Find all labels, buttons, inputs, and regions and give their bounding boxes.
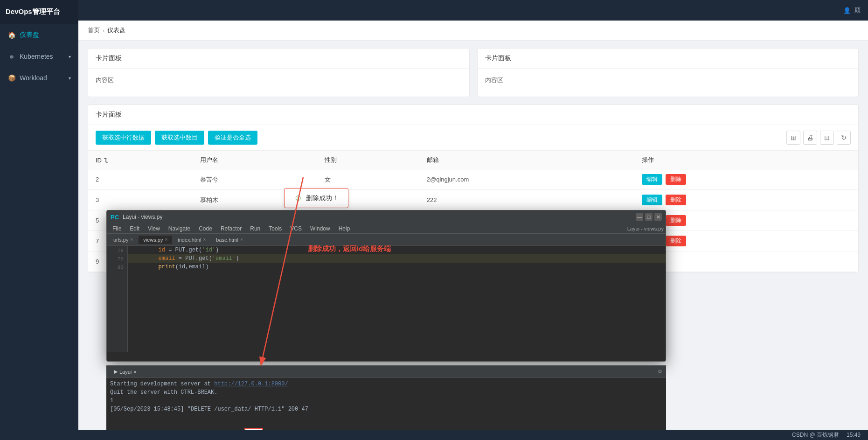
topbar-extra: 顾 [854, 6, 861, 14]
minimize-button[interactable]: — [636, 213, 643, 221]
server-url-link[interactable]: http://127.0.0.1:8000/ [214, 381, 288, 387]
sidebar-logo: DevOps管理平台 [0, 0, 78, 24]
sidebar: DevOps管理平台 🏠 仪表盘 ⎈ Kubernetes ▾ 📦 Worklo… [0, 0, 78, 440]
col-gender: 性别 [317, 151, 419, 169]
tab-label: index.html [178, 237, 201, 243]
tab-views[interactable]: views.py × [139, 236, 172, 244]
card-2: 卡片面板 内容区 [477, 48, 859, 97]
workload-icon: 📦 [7, 74, 16, 82]
card-3-header: 卡片面板 [88, 105, 858, 125]
line-number: 79 [107, 254, 127, 263]
tab-label: urls.py [113, 237, 128, 243]
menu-refactor[interactable]: Refactor [217, 224, 245, 233]
code-keyword: email [159, 255, 175, 262]
edit-button[interactable]: 编辑 [642, 174, 662, 185]
cell-actions: 编辑 删除 [634, 231, 858, 251]
run-settings[interactable]: ⚙ [658, 369, 662, 375]
print-button[interactable]: 🖨 [803, 131, 817, 145]
close-run-tab-icon[interactable]: × [133, 369, 136, 375]
menu-help[interactable]: Help [335, 224, 354, 233]
tab-label: views.py [143, 237, 163, 243]
close-button[interactable]: ✕ [654, 213, 662, 221]
get-selected-count-button[interactable]: 获取选中数目 [155, 131, 204, 145]
tab-index[interactable]: index.html × [173, 236, 210, 244]
card-1: 卡片面板 内容区 [88, 48, 470, 97]
close-tab-icon[interactable]: × [240, 237, 243, 242]
cell-actions: 删除 [634, 251, 858, 272]
code-line: print(id,email) [128, 263, 666, 271]
export-button[interactable]: ⊡ [820, 131, 834, 145]
table-row: 3 慕柏木 男 222 编辑 删除 [88, 190, 858, 210]
toast-message: 删除成功！ [306, 194, 339, 203]
menu-navigate[interactable]: Navigate [165, 224, 194, 233]
card-1-body: 内容区 [88, 69, 469, 97]
cell-id: 2 [88, 169, 193, 190]
get-selected-rows-button[interactable]: 获取选中行数据 [96, 131, 151, 145]
menu-run[interactable]: Run [246, 224, 264, 233]
run-output-line: Starting development server at http://12… [110, 380, 662, 388]
topbar-right: 👤 顾 [843, 6, 861, 14]
run-icon: ▶ [114, 369, 118, 375]
sidebar-item-label: Workload [20, 74, 47, 82]
tab-urls[interactable]: urls.py × [109, 236, 138, 244]
user-avatar[interactable]: 👤 [843, 7, 851, 14]
tab-label: base.html [216, 237, 238, 243]
breadcrumb: 首页 › 仪表盘 [78, 21, 868, 41]
bottom-bar: CSDN @ 百炼钢君 15:49 [0, 430, 868, 440]
verify-all-selected-button[interactable]: 验证是否全选 [208, 131, 257, 145]
close-tab-icon[interactable]: × [130, 237, 133, 242]
breadcrumb-current: 仪表盘 [107, 26, 125, 35]
edit-button[interactable]: 编辑 [642, 195, 662, 205]
sidebar-item-dashboard[interactable]: 🏠 仪表盘 [0, 24, 78, 46]
maximize-button[interactable]: □ [645, 213, 653, 221]
breadcrumb-home[interactable]: 首页 [88, 26, 100, 35]
card-2-body: 内容区 [478, 69, 859, 97]
tab-base[interactable]: base.html × [211, 236, 248, 244]
col-id[interactable]: ID ⇅ [88, 151, 193, 169]
menu-window[interactable]: Window [306, 224, 334, 233]
table-toolbar: 获取选中行数据 获取选中数目 验证是否全选 ⊞ 🖨 ⊡ ↻ [88, 125, 858, 151]
cell-gender: 女 [317, 169, 419, 190]
code-line: id = PUT.get('id') [128, 246, 666, 254]
col-email: 邮箱 [419, 151, 634, 169]
menu-view[interactable]: View [144, 224, 164, 233]
grid-view-button[interactable]: ⊞ [786, 131, 800, 145]
cell-id: 3 [88, 190, 193, 210]
run-tab-layui[interactable]: ▶ Layui × [110, 368, 140, 376]
menu-tools[interactable]: Tools [265, 224, 285, 233]
delete-button[interactable]: 删除 [666, 174, 686, 185]
cell-actions: 编辑 删除 [634, 169, 858, 190]
sidebar-item-kubernetes[interactable]: ⎈ Kubernetes ▾ [0, 46, 78, 67]
success-toast: ☺ 删除成功！ [284, 188, 348, 208]
code-keyword: id [159, 247, 165, 253]
code-string: 'email' [212, 255, 236, 262]
delete-button[interactable]: 删除 [666, 215, 686, 226]
delete-button[interactable]: 删除 [666, 195, 686, 205]
run-tab-label: Layui [119, 369, 132, 375]
smile-icon: ☺ [294, 193, 302, 203]
delete-button[interactable]: 删除 [666, 236, 686, 246]
editor-area: 78 79 80 id = PUT.get('id') email = PUT.… [107, 246, 666, 352]
toolbar-left: 获取选中行数据 获取选中数目 验证是否全选 [96, 131, 257, 145]
line-number: 80 [107, 263, 127, 271]
menu-vcs[interactable]: VCS [286, 224, 306, 233]
menu-file[interactable]: File [109, 224, 125, 233]
sidebar-item-label: 仪表盘 [20, 31, 39, 39]
sidebar-item-workload[interactable]: 📦 Workload ▾ [0, 67, 78, 89]
card-2-header: 卡片面板 [478, 49, 859, 69]
table-row: 2 慕苦兮 女 2@qingjun.com 编辑 删除 [88, 169, 858, 190]
cell-email: 2@qingjun.com [419, 169, 634, 190]
home-icon: 🏠 [7, 31, 16, 39]
menu-code[interactable]: Code [195, 224, 216, 233]
editor-content[interactable]: id = PUT.get('id') email = PUT.get('emai… [128, 246, 666, 352]
pycharm-project-label: Layui - views.py [627, 226, 664, 231]
close-tab-icon[interactable]: × [203, 237, 206, 242]
refresh-button[interactable]: ↻ [837, 131, 851, 145]
pycharm-window: PC Layui - views.py — □ ✕ File Edit View… [106, 210, 666, 362]
close-tab-icon[interactable]: × [165, 237, 167, 242]
menu-edit[interactable]: Edit [126, 224, 143, 233]
run-output-line: 6 [110, 413, 662, 422]
cell-name: 慕苦兮 [193, 169, 317, 190]
annotation-text: 删除成功，返回id给服务端 [308, 244, 391, 253]
editor-gutter: 78 79 80 [107, 246, 128, 352]
